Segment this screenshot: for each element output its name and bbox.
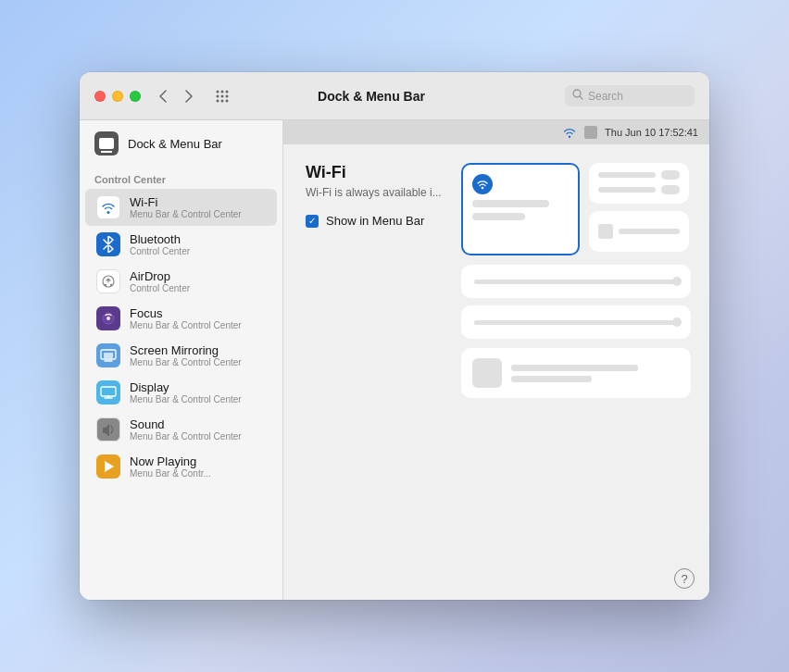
now-playing-item-name: Now Playing [130, 454, 211, 468]
sound-item-text: Sound Menu Bar & Control Center [130, 417, 242, 442]
now-playing-item-sub: Menu Bar & Contr... [130, 468, 211, 479]
screen-mirroring-item-sub: Menu Bar & Control Center [130, 357, 242, 367]
preview-media-text [511, 365, 680, 382]
traffic-lights [94, 91, 141, 102]
focus-item-name: Focus [130, 306, 242, 320]
wifi-icon [96, 195, 120, 219]
svg-point-14 [106, 317, 110, 320]
display-item-text: Display Menu Bar & Control Center [130, 380, 242, 404]
focus-item-text: Focus Menu Bar & Control Center [130, 306, 242, 330]
back-button[interactable] [152, 85, 174, 107]
preview-line-1 [472, 200, 549, 207]
sidebar-item-now-playing[interactable]: Now Playing Menu Bar & Contr... [85, 448, 277, 485]
sidebar-section-label: Control Center [80, 167, 282, 189]
focus-item-sub: Menu Bar & Control Center [130, 320, 242, 330]
minimize-button[interactable] [112, 91, 123, 102]
bluetooth-item-sub: Control Center [130, 246, 190, 256]
sidebar: Dock & Menu Bar Control Center Wi-Fi Men… [80, 120, 283, 600]
sidebar-item-focus[interactable]: Focus Menu Bar & Control Center [85, 300, 277, 337]
display-icon [96, 380, 120, 404]
menubar-user-icon [584, 126, 597, 139]
sidebar-item-bluetooth[interactable]: Bluetooth Control Center [85, 226, 277, 263]
svg-rect-16 [104, 353, 113, 358]
sidebar-item-sound[interactable]: Sound Menu Bar & Control Center [85, 411, 277, 448]
sidebar-item-display[interactable]: Display Menu Bar & Control Center [85, 374, 277, 411]
preview-sliders [461, 265, 691, 339]
svg-point-12 [105, 284, 106, 286]
menubar-preview: Thu Jun 10 17:52:41 [283, 120, 709, 144]
screen-mirroring-item-name: Screen Mirroring [130, 343, 242, 357]
menubar-time: Thu Jun 10 17:52:41 [605, 127, 698, 138]
svg-point-13 [110, 284, 112, 286]
preview-right-card-1 [589, 163, 689, 204]
svg-rect-17 [101, 387, 116, 396]
maximize-button[interactable] [130, 91, 141, 102]
main-panel: Thu Jun 10 17:52:41 Wi-Fi Wi-Fi is alway… [283, 120, 709, 600]
show-in-menubar-checkbox[interactable]: ✓ [306, 215, 319, 228]
close-button[interactable] [94, 91, 106, 102]
chevron-left-icon [159, 90, 167, 103]
titlebar: Dock & Menu Bar Search [80, 72, 709, 120]
display-item-sub: Menu Bar & Control Center [130, 394, 242, 404]
wifi-item-text: Wi-Fi Menu Bar & Control Center [130, 195, 242, 219]
screen-mirroring-icon [96, 343, 120, 367]
display-item-name: Display [130, 380, 242, 394]
airdrop-item-sub: Control Center [130, 283, 190, 293]
search-bar[interactable]: Search [565, 85, 695, 106]
preview-slider-2 [461, 305, 691, 339]
content-area: Dock & Menu Bar Control Center Wi-Fi Men… [80, 120, 709, 600]
bluetooth-icon [96, 232, 120, 256]
airdrop-item-text: AirDrop Control Center [130, 269, 190, 293]
svg-point-18 [482, 186, 484, 189]
preview-wifi-card [461, 163, 580, 255]
preview-line-2 [472, 213, 525, 220]
now-playing-item-text: Now Playing Menu Bar & Contr... [130, 454, 211, 479]
help-button[interactable]: ? [674, 568, 695, 589]
menubar-wifi-icon [562, 125, 577, 140]
preview-media-line-2 [511, 376, 592, 382]
bluetooth-item-name: Bluetooth [130, 232, 190, 246]
sound-item-name: Sound [130, 417, 242, 431]
wifi-item-sub: Menu Bar & Control Center [130, 209, 242, 219]
sidebar-item-airdrop[interactable]: AirDrop Control Center [85, 263, 277, 300]
show-in-menubar-label: Show in Menu Bar [326, 214, 424, 228]
dock-icon-shape [99, 138, 114, 149]
sidebar-item-dock-menu-bar[interactable]: Dock & Menu Bar [80, 120, 282, 167]
preview-right-card-2 [589, 211, 689, 252]
preview-slider-1 [461, 265, 691, 298]
preview-media-line-1 [511, 365, 638, 371]
preview-wifi-icon [472, 174, 493, 194]
wifi-item-name: Wi-Fi [130, 195, 242, 209]
sound-icon [96, 417, 120, 442]
sidebar-item-wifi[interactable]: Wi-Fi Menu Bar & Control Center [85, 189, 277, 226]
sidebar-top-label: Dock & Menu Bar [128, 137, 222, 151]
checkmark-icon: ✓ [308, 216, 316, 226]
airdrop-icon [96, 269, 120, 293]
search-icon [572, 89, 583, 103]
search-placeholder: Search [588, 90, 623, 103]
svg-point-9 [573, 90, 581, 97]
preview-album-art [472, 358, 502, 388]
bluetooth-item-text: Bluetooth Control Center [130, 232, 190, 256]
window-title: Dock & Menu Bar [189, 89, 554, 104]
sound-item-sub: Menu Bar & Control Center [130, 431, 242, 442]
main-content: Wi-Fi Wi-Fi is always available i... ✓ S… [283, 144, 709, 600]
preferences-window: Dock & Menu Bar Search Dock & Menu Bar [80, 72, 709, 600]
screen-mirroring-item-text: Screen Mirroring Menu Bar & Control Cent… [130, 343, 242, 367]
dock-menubar-icon [94, 131, 119, 156]
focus-icon [96, 306, 120, 330]
now-playing-icon [96, 454, 120, 479]
preview-media-card [461, 348, 691, 398]
sidebar-item-screen-mirroring[interactable]: Screen Mirroring Menu Bar & Control Cent… [85, 337, 277, 374]
svg-line-10 [581, 97, 583, 100]
airdrop-item-name: AirDrop [130, 269, 190, 283]
